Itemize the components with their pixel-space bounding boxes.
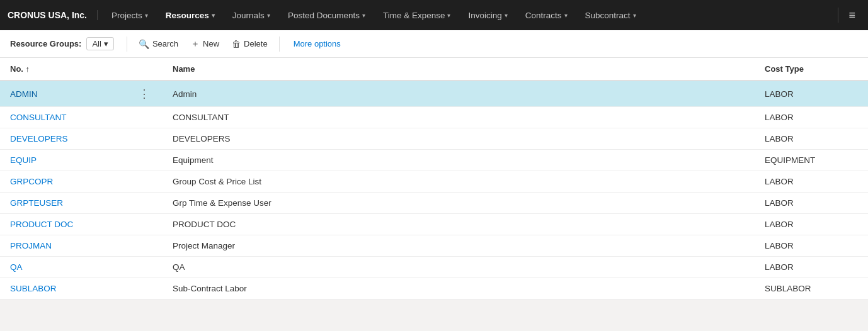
delete-button[interactable]: 🗑 Delete (226, 36, 274, 52)
table-header-row: No. ↑ Name Cost Type (0, 58, 868, 81)
cell-cost-type: LABOR (755, 171, 868, 193)
cell-name: QA (163, 257, 755, 278)
nav-label-invoicing: Invoicing (468, 11, 501, 20)
nav-label-projects: Projects (111, 11, 142, 20)
nav-label-contracts: Contracts (525, 11, 562, 20)
nav-item-subcontract[interactable]: Subcontract ▾ (576, 0, 645, 30)
toolbar: Resource Groups: All ▾ 🔍 Search ＋ New 🗑 … (0, 30, 868, 58)
nav-label-resources: Resources (166, 11, 209, 20)
cell-row-actions (126, 171, 163, 193)
more-options-button[interactable]: More options (287, 36, 347, 51)
nav-item-contracts[interactable]: Contracts ▾ (517, 0, 576, 30)
chevron-down-icon: ▾ (212, 12, 215, 19)
cell-no[interactable]: ADMIN (0, 81, 126, 107)
top-nav: CRONUS USA, Inc. Projects ▾ Resources ▾ … (0, 0, 868, 30)
cell-name: Admin (163, 81, 755, 107)
cell-row-actions (126, 150, 163, 171)
search-button[interactable]: 🔍 Search (132, 36, 185, 52)
cell-cost-type: LABOR (755, 214, 868, 235)
row-context-menu-icon[interactable]: ⋮ (136, 87, 152, 100)
resource-groups-table: No. ↑ Name Cost Type ADMIN⋮AdminLABORCON… (0, 58, 868, 300)
cell-no[interactable]: GRPTEUSER (0, 193, 126, 214)
cell-no[interactable]: GRPCOPR (0, 171, 126, 193)
nav-item-resources[interactable]: Resources ▾ (157, 0, 224, 30)
cell-name: PRODUCT DOC (163, 214, 755, 235)
trash-icon: 🗑 (232, 39, 241, 49)
app-title: CRONUS USA, Inc. (8, 10, 98, 20)
main-content: No. ↑ Name Cost Type ADMIN⋮AdminLABORCON… (0, 58, 868, 300)
cell-row-actions (126, 193, 163, 214)
nav-label-journals: Journals (232, 11, 265, 20)
search-label: Search (152, 39, 178, 48)
cell-cost-type: LABOR (755, 257, 868, 278)
cell-row-actions (126, 214, 163, 235)
chevron-down-icon: ▾ (505, 12, 508, 19)
chevron-down-icon: ▾ (362, 12, 365, 19)
cell-no[interactable]: EQUIP (0, 150, 126, 171)
cell-row-actions (126, 235, 163, 257)
filter-dropdown[interactable]: All ▾ (86, 37, 113, 50)
plus-icon: ＋ (191, 38, 200, 50)
chevron-down-icon: ▾ (564, 12, 568, 19)
cell-row-actions (126, 278, 163, 300)
chevron-down-icon: ▾ (104, 39, 108, 48)
table-row[interactable]: CONSULTANTCONSULTANTLABOR (0, 107, 868, 128)
new-label: New (203, 39, 219, 48)
hamburger-icon[interactable]: ≡ (843, 9, 860, 22)
chevron-down-icon: ▾ (145, 12, 148, 19)
nav-label-posted-documents: Posted Documents (288, 11, 360, 20)
chevron-down-icon: ▾ (633, 12, 636, 19)
resource-groups-label: Resource Groups: (10, 39, 81, 48)
cell-cost-type: LABOR (755, 81, 868, 107)
table-row[interactable]: GRPCOPRGroup Cost & Price ListLABOR (0, 171, 868, 193)
nav-item-posted-documents[interactable]: Posted Documents ▾ (279, 0, 374, 30)
table-row[interactable]: QAQALABOR (0, 257, 868, 278)
nav-item-journals[interactable]: Journals ▾ (224, 0, 279, 30)
cell-cost-type: SUBLABOR (755, 278, 868, 300)
cell-no[interactable]: CONSULTANT (0, 107, 126, 128)
chevron-down-icon: ▾ (447, 12, 450, 19)
cell-name: Grp Time & Expense User (163, 193, 755, 214)
cell-cost-type: LABOR (755, 193, 868, 214)
delete-label: Delete (244, 39, 268, 48)
nav-item-time-expense[interactable]: Time & Expense ▾ (374, 0, 460, 30)
table-row[interactable]: GRPTEUSERGrp Time & Expense UserLABOR (0, 193, 868, 214)
toolbar-separator-2 (279, 36, 280, 52)
chevron-down-icon: ▾ (267, 12, 270, 19)
cell-row-actions (126, 107, 163, 128)
cell-row-actions (126, 128, 163, 150)
table-row[interactable]: SUBLABORSub-Contract LaborSUBLABOR (0, 278, 868, 300)
nav-item-projects[interactable]: Projects ▾ (103, 0, 157, 30)
table-row[interactable]: PRODUCT DOCPRODUCT DOCLABOR (0, 214, 868, 235)
cell-no[interactable]: PRODUCT DOC (0, 214, 126, 235)
toolbar-separator-1 (127, 36, 127, 52)
nav-separator (838, 8, 838, 23)
column-header-name: Name (163, 58, 755, 81)
nav-label-time-expense: Time & Expense (383, 11, 445, 20)
cell-name: Project Manager (163, 235, 755, 257)
table-row[interactable]: EQUIPEquipmentEQUIPMENT (0, 150, 868, 171)
cell-name: DEVELOPERS (163, 128, 755, 150)
cell-cost-type: LABOR (755, 128, 868, 150)
nav-label-subcontract: Subcontract (585, 11, 631, 20)
filter-value: All (92, 39, 101, 48)
cell-no[interactable]: SUBLABOR (0, 278, 126, 300)
cell-cost-type: LABOR (755, 235, 868, 257)
table-row[interactable]: ADMIN⋮AdminLABOR (0, 81, 868, 107)
nav-items: Projects ▾ Resources ▾ Journals ▾ Posted… (103, 0, 833, 30)
cell-row-actions[interactable]: ⋮ (126, 81, 163, 107)
new-button[interactable]: ＋ New (185, 36, 226, 52)
table-row[interactable]: PROJMANProject ManagerLABOR (0, 235, 868, 257)
nav-item-invoicing[interactable]: Invoicing ▾ (459, 0, 516, 30)
table-row[interactable]: DEVELOPERSDEVELOPERSLABOR (0, 128, 868, 150)
cell-no[interactable]: PROJMAN (0, 235, 126, 257)
column-header-cost-type: Cost Type (755, 58, 868, 81)
column-header-no[interactable]: No. ↑ (0, 58, 126, 81)
column-header-actions (126, 58, 163, 81)
cell-no[interactable]: QA (0, 257, 126, 278)
search-icon: 🔍 (139, 39, 149, 49)
cell-no[interactable]: DEVELOPERS (0, 128, 126, 150)
cell-cost-type: EQUIPMENT (755, 150, 868, 171)
cell-name: Equipment (163, 150, 755, 171)
cell-name: CONSULTANT (163, 107, 755, 128)
